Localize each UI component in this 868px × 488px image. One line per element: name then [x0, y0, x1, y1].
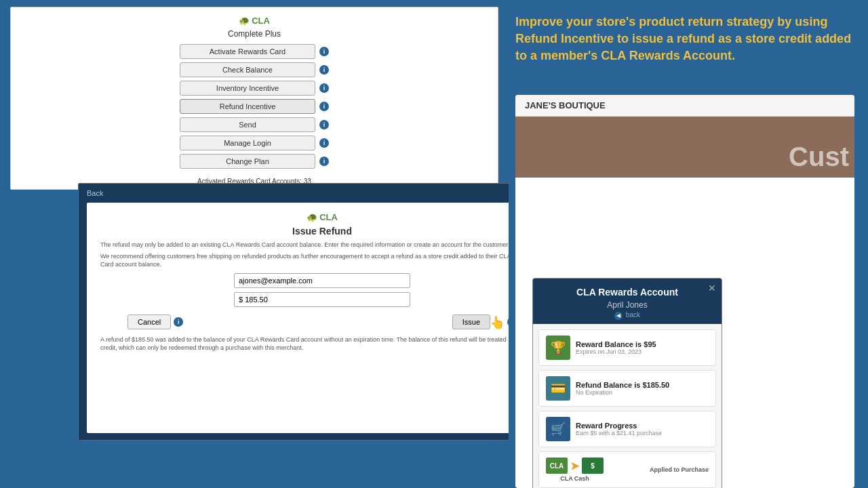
menu-btn-row-manage: Manage Login i — [180, 136, 329, 150]
reward-progress-label: Reward Progress — [576, 422, 662, 430]
reward-balance-card: 🏆 Reward Balance is $95 Expires on Jun 0… — [538, 329, 716, 366]
manage-info-dot: i — [319, 138, 329, 148]
cash-icon: $ — [582, 458, 604, 474]
issue-refund-modal: Back 🐢 CLA Issue Refund The refund may o… — [78, 183, 566, 441]
cancel-button[interactable]: Cancel — [127, 314, 171, 329]
menu-btn-row-inventory: Inventory Incentive i — [180, 81, 329, 96]
modal-inner: 🐢 CLA Issue Refund The refund may only b… — [87, 203, 557, 433]
amount-input[interactable] — [234, 292, 410, 307]
refund-balance-icon: 💳 — [546, 376, 570, 401]
inventory-info-dot: i — [319, 83, 329, 93]
issue-row: Issue 👆 i — [452, 314, 517, 330]
menu-buttons: Activate Rewards Card i Check Balance i … — [11, 44, 498, 169]
reward-balance-label: Reward Balance is $95 — [576, 340, 656, 348]
cla-logo: 🐢 CLA — [239, 16, 270, 26]
cla-cash-label: CLA Cash — [560, 475, 589, 482]
activate-rewards-button[interactable]: Activate Rewards Card — [180, 44, 315, 59]
check-balance-button[interactable]: Check Balance — [180, 62, 315, 77]
modal-title: Issue Refund — [100, 226, 544, 237]
checkout-arrow-icon: ➤ — [570, 460, 579, 472]
rewards-back-link[interactable]: ◀ back — [540, 311, 715, 320]
reward-progress-icon: 🛒 — [546, 417, 570, 441]
reward-balance-text: Reward Balance is $95 Expires on Jun 03,… — [576, 340, 656, 355]
checkout-row: CLA ➤ $ CLA Cash Applied to Purchase — [538, 451, 716, 488]
modal-buttons: Cancel i Issue 👆 i — [100, 314, 544, 330]
cust-partial-text: Cust — [789, 142, 849, 172]
cancel-row: Cancel i — [127, 314, 183, 329]
rewards-popup: ✕ CLA Rewards Account April Jones ◀ back… — [532, 278, 722, 488]
modal-logo: 🐢 CLA — [100, 211, 544, 223]
reward-balance-sub: Expires on Jun 03, 2023 — [576, 348, 656, 355]
rewards-popup-title: CLA Rewards Account — [540, 287, 715, 298]
cla-logo-top: 🐢 CLA — [11, 7, 498, 29]
menu-btn-row-refund: Refund Incentive i — [180, 99, 329, 114]
modal-success-text: A refund of $185.50 was added to the bal… — [100, 336, 544, 352]
email-input[interactable] — [234, 273, 410, 288]
cancel-info-dot: i — [174, 317, 183, 327]
checkout-left: CLA ➤ $ CLA Cash — [546, 458, 604, 482]
change-info-dot: i — [319, 157, 329, 166]
send-info-dot: i — [319, 120, 329, 129]
close-icon[interactable]: ✕ — [708, 283, 716, 293]
modal-back-link[interactable]: Back — [87, 189, 557, 197]
rewards-popup-header: ✕ CLA Rewards Account April Jones ◀ back — [533, 279, 722, 324]
reward-balance-icon: 🏆 — [546, 336, 570, 360]
refund-balance-label: Refund Balance is $185.50 — [576, 381, 669, 389]
issue-button[interactable]: Issue — [452, 314, 490, 329]
reward-progress-card: 🛒 Reward Progress Earn $5 with a $21.41 … — [538, 411, 716, 447]
rewards-customer-name: April Jones — [540, 300, 715, 310]
refund-incentive-button[interactable]: Refund Incentive — [180, 99, 315, 114]
balance-info-dot: i — [319, 65, 329, 75]
modal-cla-logo: 🐢 CLA — [307, 212, 338, 222]
applied-to-purchase-label: Applied to Purchase — [650, 466, 709, 473]
rewards-back-label: back — [626, 311, 640, 319]
manage-login-button[interactable]: Manage Login — [180, 136, 315, 150]
activate-info-dot: i — [319, 47, 329, 56]
cla-cash-icon: CLA — [546, 458, 568, 474]
menu-btn-row-balance: Check Balance i — [180, 62, 329, 77]
menu-btn-row-change: Change Plan i — [180, 154, 329, 169]
complete-plus-title: Complete Plus — [11, 29, 498, 39]
promo-text: Improve your store's product return stra… — [509, 0, 868, 75]
refund-balance-sub: No Expiration — [576, 389, 669, 396]
refund-info-dot: i — [319, 102, 329, 111]
menu-btn-row-send: Send i — [180, 117, 329, 132]
cursor-icon: 👆 — [490, 315, 505, 330]
reward-progress-text: Reward Progress Earn $5 with a $21.41 pu… — [576, 422, 662, 436]
boutique-header: JANE'S BOUTIQUE — [515, 95, 854, 117]
send-button[interactable]: Send — [180, 117, 315, 132]
complete-plus-card: 🐢 CLA Complete Plus Activate Rewards Car… — [10, 7, 498, 190]
boutique-card: JANE'S BOUTIQUE Cust ✕ CLA Rewards Accou… — [515, 95, 854, 488]
boutique-image-area: Cust — [515, 117, 854, 178]
refund-balance-card: 💳 Refund Balance is $185.50 No Expiratio… — [538, 370, 716, 407]
reward-progress-sub: Earn $5 with a $21.41 purchase — [576, 430, 662, 436]
refund-balance-text: Refund Balance is $185.50 No Expiration — [576, 381, 669, 396]
checkout-icons: CLA ➤ $ — [546, 458, 604, 474]
inventory-incentive-button[interactable]: Inventory Incentive — [180, 81, 315, 96]
left-panel: 🐢 CLA Complete Plus Activate Rewards Car… — [0, 0, 509, 488]
menu-btn-row-activate: Activate Rewards Card i — [180, 44, 329, 59]
back-circle-icon: ◀ — [614, 312, 623, 320]
right-panel: Improve your store's product return stra… — [509, 0, 868, 488]
modal-desc-1: The refund may only be added to an exist… — [100, 241, 544, 249]
modal-desc-2: We recommend offering customers free shi… — [100, 252, 544, 269]
change-plan-button[interactable]: Change Plan — [180, 154, 315, 169]
rewards-popup-body: 🏆 Reward Balance is $95 Expires on Jun 0… — [533, 324, 722, 488]
